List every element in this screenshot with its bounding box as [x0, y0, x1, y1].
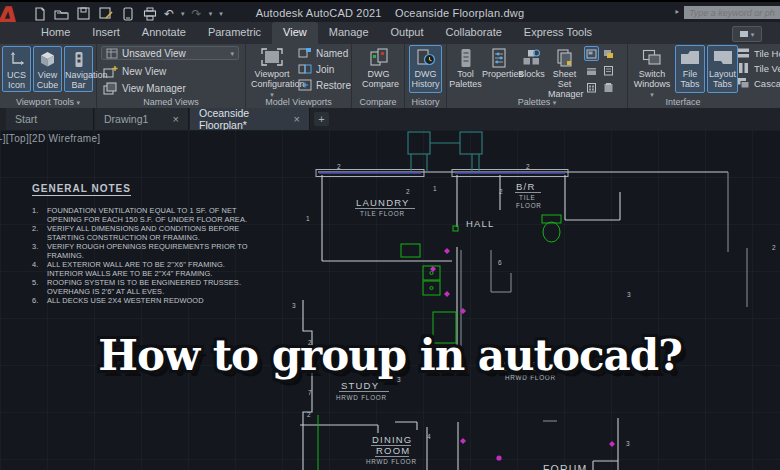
file-tab-label: Drawing1 — [104, 113, 148, 125]
viewport-configuration-button[interactable]: Viewport Configuration ▾ — [251, 46, 293, 99]
view-dropdown[interactable]: Unsaved View ▾ — [101, 46, 239, 60]
blocks-icon — [515, 47, 548, 68]
drawing-canvas[interactable]: [-][Top][2D Wireframe] — [0, 130, 780, 470]
view-cube-button[interactable]: View Cube — [33, 46, 62, 92]
ribbon-display-icon — [740, 31, 748, 37]
plan-tag: 2 — [406, 188, 410, 195]
room-label-laundry: LAUNDRY — [356, 197, 410, 208]
tile-horizontally-button[interactable]: Tile Horizontally — [737, 47, 780, 59]
app-title: Autodesk AutoCAD 2021 — [256, 7, 382, 19]
join-viewport-button[interactable]: Join — [298, 63, 334, 75]
button-label: UCS Icon — [7, 70, 26, 90]
switch-windows-button[interactable]: Switch Windows ▾ — [631, 46, 673, 99]
view-manager-icon — [103, 82, 118, 95]
button-label: Tool Palettes — [449, 69, 482, 89]
plan-tag: 1 — [433, 185, 437, 192]
search-input[interactable] — [684, 6, 780, 19]
palette-icon-3[interactable] — [584, 63, 599, 78]
plan-tag: 1 — [306, 215, 310, 222]
general-notes-list: 1.FOUNDATION VENTILATION EQUAL TO 1 SF. … — [32, 206, 266, 305]
layout-tabs-button[interactable]: Layout Tabs — [707, 45, 738, 93]
restore-viewport-button[interactable]: Restore — [298, 79, 351, 91]
button-label: New View — [122, 66, 166, 77]
switch-windows-icon — [631, 47, 673, 68]
palette-icon-2[interactable] — [601, 46, 616, 61]
tab-insert[interactable]: Insert — [81, 22, 131, 44]
sheet-set-manager-button[interactable]: Sheet Set Manager — [548, 46, 581, 99]
ucs-icon-button[interactable]: UCS Icon — [2, 46, 31, 92]
note-item: 2.VERIFY ALL DIMENSIONS AND CONDITIONS B… — [32, 224, 266, 242]
panel-palettes: Tool Palettes Properties Blocks Sheet Se… — [447, 44, 628, 108]
file-tab-drawing1[interactable]: Drawing1 × — [95, 108, 189, 130]
cube-icon — [34, 49, 61, 69]
document-title: Oceanside Floorplan.dwg — [395, 7, 524, 19]
panel-label-palettes[interactable]: Palettes ▾ — [447, 97, 627, 107]
plan-tag: 3 — [627, 291, 631, 298]
button-label: Restore — [316, 80, 351, 91]
tab-parametric[interactable]: Parametric — [197, 22, 272, 44]
palette-icon-1[interactable] — [584, 46, 599, 61]
file-tab-oceanside-floorplan[interactable]: Oceanside Floorplan* × — [190, 108, 310, 130]
button-label: Layout Tabs — [709, 69, 736, 89]
button-label: Switch Windows — [634, 69, 671, 89]
tab-collaborate[interactable]: Collaborate — [435, 22, 513, 44]
overlay-caption: How to group in autocad? — [98, 331, 682, 380]
note-item: 5.ROOFING SYSTEM IS TO BE ENGINEERED TRU… — [32, 278, 266, 296]
tool-palettes-button[interactable]: Tool Palettes — [449, 46, 482, 89]
dwg-history-icon — [410, 47, 441, 68]
panel-label-viewport-tools[interactable]: Viewport Tools ▾ — [0, 97, 96, 107]
dwg-compare-button[interactable]: DWG Compare — [362, 46, 395, 89]
navigation-bar-icon — [65, 49, 92, 69]
dwg-history-button[interactable]: DWG History — [409, 45, 442, 93]
button-label: Viewport Configuration — [251, 69, 305, 89]
plan-tag: 3 — [626, 440, 630, 447]
new-tab-button[interactable]: + — [314, 112, 329, 126]
chevron-down-icon: ▾ — [751, 31, 755, 38]
plan-tag: 2 — [526, 163, 530, 170]
new-view-icon — [103, 65, 118, 78]
chevron-down-icon: ▾ — [230, 50, 234, 57]
button-label: Sheet Set Manager — [548, 69, 584, 99]
title-bar: A ↶ ▾ ↷ ▾ ▾ Autodesk AutoCAD 2021 Oceans… — [0, 0, 780, 22]
properties-button[interactable]: Properties — [482, 46, 515, 79]
tab-home[interactable]: Home — [30, 22, 81, 44]
button-label: DWG History — [411, 69, 439, 89]
file-tab-label: Oceanside Floorplan* — [199, 107, 282, 131]
file-tab-start[interactable]: Start — [6, 108, 94, 130]
file-tabs-button[interactable]: File Tabs — [675, 45, 705, 93]
tab-annotate[interactable]: Annotate — [131, 22, 197, 44]
close-icon[interactable]: × — [282, 113, 300, 125]
tile-vertically-button[interactable]: Tile Vertically — [737, 62, 780, 74]
palette-icon-5[interactable] — [584, 80, 599, 95]
tab-output[interactable]: Output — [380, 22, 435, 44]
cascade-button[interactable]: Cascade — [737, 77, 780, 89]
palette-icon-4[interactable] — [601, 63, 616, 78]
blocks-button[interactable]: Blocks — [515, 46, 548, 79]
ribbon-display-toggle[interactable]: ▾ — [732, 26, 762, 42]
navigation-bar-button[interactable]: Navigation Bar — [64, 46, 93, 92]
note-item: 4.ALL EXTERIOR WALL ARE TO BE 2"X6" FRAM… — [32, 260, 266, 278]
room-label-forum: FORUM — [543, 463, 588, 470]
file-tab-bar: Start Drawing1 × Oceanside Floorplan* × … — [0, 108, 780, 130]
note-item: 1.FOUNDATION VENTILATION EQUAL TO 1 SF. … — [32, 206, 266, 224]
room-label-hall: HALL — [466, 218, 495, 229]
tab-view[interactable]: View — [272, 22, 318, 44]
new-view-button[interactable]: New View — [103, 65, 166, 78]
room-floor-br-2: FLOOR — [516, 202, 542, 209]
tab-express-tools[interactable]: Express Tools — [513, 22, 603, 44]
join-icon — [298, 63, 312, 75]
button-label: DWG Compare — [362, 69, 399, 89]
close-icon[interactable]: × — [161, 113, 179, 125]
button-label: View Cube — [37, 70, 59, 90]
search-arrow-icon[interactable]: ‣ — [674, 9, 680, 16]
general-notes: GENERAL NOTES 1.FOUNDATION VENTILATION E… — [32, 178, 266, 305]
tab-manage[interactable]: Manage — [318, 22, 380, 44]
view-manager-button[interactable]: View Manager — [103, 82, 186, 95]
named-viewport-button[interactable]: Named — [298, 47, 348, 59]
panel-label-model-viewports: Model Viewports — [246, 97, 351, 107]
autocad-window: A ↶ ▾ ↷ ▾ ▾ Autodesk AutoCAD 2021 Oceans… — [0, 0, 780, 470]
palette-icon-6[interactable] — [601, 80, 616, 95]
search-area: ‣ — [674, 6, 780, 19]
tile-horizontal-icon — [737, 47, 750, 59]
tool-palettes-icon — [449, 47, 482, 68]
